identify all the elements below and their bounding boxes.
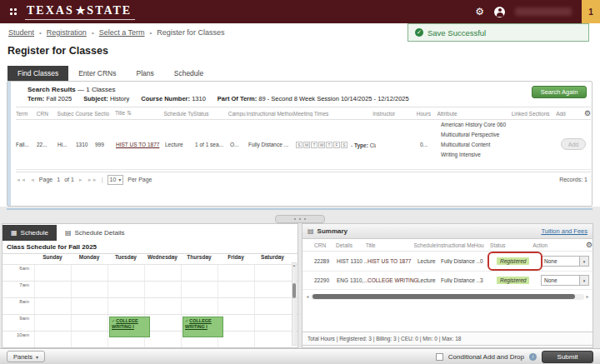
last-page-icon[interactable]: ►► (88, 177, 98, 182)
sum-col-method[interactable]: Instructional Meth (437, 242, 474, 248)
search-again-button[interactable]: Search Again (532, 86, 587, 98)
summary-horizontal-scrollbar[interactable]: ◄ ► (304, 293, 591, 300)
page-label: Page (39, 177, 52, 182)
sum-course-link[interactable]: HIST US TO 1877 (368, 258, 411, 264)
tab-schedule-details[interactable]: ▤ Schedule Details (57, 225, 133, 241)
tab-strip: Find Classes Enter CRNs Plans Schedule (8, 64, 213, 81)
conditional-add-drop-checkbox[interactable] (436, 353, 443, 361)
tab-plans[interactable]: Plans (126, 66, 163, 81)
sum-col-status[interactable]: Status (490, 242, 532, 248)
conditional-add-drop-label: Conditional Add and Drop (448, 353, 524, 361)
settings-gear-icon[interactable]: ⚙ (475, 6, 484, 17)
notification-count-badge[interactable]: 1 (582, 0, 600, 23)
col-instructional-method[interactable]: Instructional Method (247, 111, 293, 117)
day-header-saturday: Saturday (254, 254, 291, 264)
action-select[interactable]: None ▾ (541, 256, 589, 267)
summary-list-icon: ▤ (308, 227, 314, 235)
scroll-left-icon[interactable]: ◄ (304, 294, 311, 299)
first-page-icon[interactable]: ◄◄ (16, 177, 26, 182)
page-number: 1 (57, 177, 60, 182)
part-of-term-value: 89 - Second 8 Week Session 10/14/2025 - … (258, 95, 408, 102)
sum-details: HIST 1310 ... (337, 258, 368, 264)
col-schedule-type[interactable]: Schedule Ty (163, 111, 193, 117)
scrollbar-thumb[interactable] (312, 294, 575, 299)
attribute-item: Writing Intensive (441, 150, 514, 160)
col-title[interactable]: Title⇅ (115, 110, 163, 117)
col-subject[interactable]: Subjec (58, 111, 76, 117)
panel-resize-handle[interactable] (275, 215, 325, 223)
panels-button[interactable]: Panels ▾ (7, 351, 45, 362)
sum-col-title[interactable]: Title (366, 242, 414, 248)
per-page-select[interactable]: 10 ▾ (108, 175, 124, 185)
sum-col-schedule[interactable]: Schedule (414, 242, 437, 248)
cell-attributes: American History Core 060 Multicultural … (441, 120, 516, 169)
sum-col-hours[interactable]: Hou (474, 242, 490, 248)
col-term[interactable]: Term (16, 111, 37, 117)
col-campus[interactable]: Campu (228, 111, 247, 117)
col-course[interactable]: Course (75, 111, 94, 117)
summary-settings-gear-icon[interactable]: ⚙ (586, 241, 592, 249)
col-status[interactable]: Status (193, 111, 228, 117)
tab-schedule-view[interactable]: ▦ Schedule (2, 225, 57, 241)
scroll-up-icon[interactable]: ▲ (292, 263, 296, 268)
chevron-down-icon: ▾ (36, 354, 38, 360)
calendar-event-tuesday[interactable]: ✓COLLEGE WRITING I (109, 317, 150, 337)
attribute-item: Multicultural Perspective (441, 130, 514, 140)
sum-col-crn[interactable]: CRN (314, 242, 336, 248)
info-icon[interactable]: i (529, 353, 537, 361)
breadcrumb-registration[interactable]: Registration (47, 28, 87, 37)
course-title-link[interactable]: HIST US TO 1877 (116, 142, 159, 147)
app-header: TEXAS ★ STATE ⚙ 1 (0, 0, 600, 23)
sum-hours: 3 (480, 277, 497, 283)
sort-icon[interactable]: ⇅ (127, 110, 132, 116)
chevron-down-icon[interactable]: ▾ (579, 276, 588, 285)
user-avatar-icon[interactable] (494, 7, 505, 17)
texas-state-logo: TEXAS ★ STATE (25, 3, 135, 20)
add-button-disabled[interactable]: Add (561, 138, 586, 150)
sum-col-details[interactable]: Details (336, 242, 366, 248)
calendar-event-thursday[interactable]: ✓COLLEGE WRITING I (182, 317, 223, 337)
sum-course-link[interactable]: COLLEGE WRITING I (368, 277, 418, 283)
col-meeting-times[interactable]: Meeting Times (293, 111, 372, 117)
submit-button[interactable]: Submit (542, 351, 593, 363)
sum-col-action[interactable]: Action (532, 242, 582, 248)
day-header-thursday: Thursday (181, 254, 218, 264)
prev-page-icon[interactable]: ◄ (30, 177, 35, 182)
col-section[interactable]: Sectio (94, 111, 115, 117)
col-instructor[interactable]: Instructor (372, 111, 417, 117)
col-attribute[interactable]: Attribute (437, 111, 511, 117)
tuition-and-fees-link[interactable]: Tuition and Fees (541, 227, 588, 235)
table-settings-gear-icon[interactable]: ⚙ (584, 109, 591, 117)
results-table-header: Term CRN Subjec Course Sectio Title⇅ Sch… (16, 107, 591, 120)
cell-course: 1310 (76, 120, 95, 169)
list-icon: ▤ (65, 229, 72, 237)
day-header-sunday: Sunday (34, 254, 71, 264)
cell-term: Fall... (16, 120, 37, 169)
action-select[interactable]: None ▾ (541, 275, 589, 286)
scroll-right-icon[interactable]: ► (584, 294, 591, 299)
col-linked-sections[interactable]: Linked Sections (512, 111, 557, 117)
next-page-icon[interactable]: ► (78, 177, 83, 182)
tab-find-classes[interactable]: Find Classes (8, 66, 68, 81)
footer-bar: Panels ▾ Conditional Add and Drop i Subm… (0, 348, 600, 364)
col-crn[interactable]: CRN (37, 111, 58, 117)
calendar-vertical-scrollbar[interactable]: ▲ (292, 262, 297, 346)
chevron-down-icon[interactable]: ▾ (579, 257, 588, 266)
results-pagination: ◄◄ ◄ Page 1 of 1 ► ►► | 10 ▾ Per Page Re… (16, 172, 591, 187)
registration-summary-panel: ▤ Summary Tuition and Fees CRN Details T… (302, 223, 593, 348)
search-criteria: Term: Fall 2025 Subject: History Course … (28, 95, 409, 102)
subject-label: Subject: (83, 95, 108, 102)
panel-scrollbar-strip[interactable] (8, 82, 11, 206)
course-number-value: 1310 (192, 95, 206, 102)
tab-schedule[interactable]: Schedule (164, 66, 213, 81)
col-hours[interactable]: Hours (417, 111, 438, 117)
tab-enter-crns[interactable]: Enter CRNs (68, 66, 126, 81)
breadcrumb-student[interactable]: Student (8, 28, 34, 37)
breadcrumb-select-a-term[interactable]: Select a Term (99, 28, 145, 37)
apps-menu-icon[interactable] (10, 8, 17, 15)
scrollbar-thumb[interactable] (292, 283, 296, 298)
summary-row-eng: 22290 ENG 1310,... COLLEGE WRITING I Lec… (302, 272, 592, 290)
term-value: Fall 2025 (46, 95, 72, 102)
panel-divider-line (7, 208, 592, 210)
attribute-item: Multicultural Content (441, 140, 514, 150)
